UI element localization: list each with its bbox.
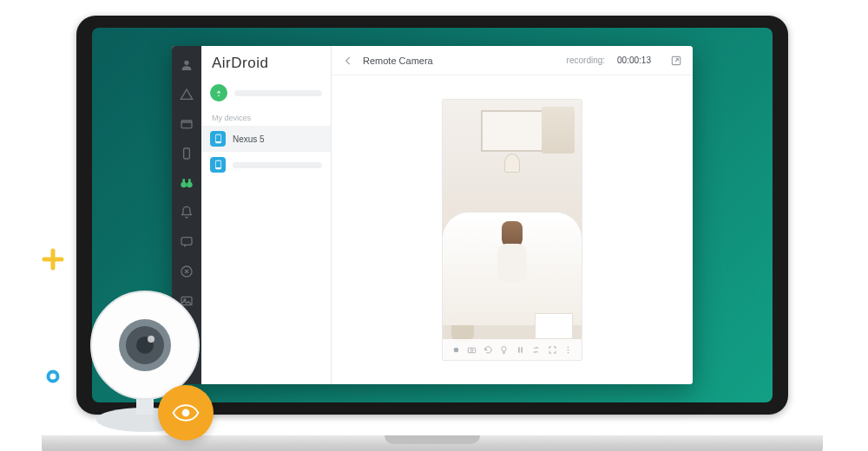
- svg-point-24: [568, 346, 569, 347]
- camera-viewer: [332, 75, 693, 384]
- pause-icon[interactable]: [515, 344, 525, 355]
- svg-rect-5: [184, 148, 190, 159]
- record-icon[interactable]: [450, 344, 461, 355]
- eye-badge-icon: [158, 385, 214, 441]
- device-item-1[interactable]: [201, 152, 331, 178]
- popout-icon[interactable]: [670, 55, 682, 67]
- device-item-0[interactable]: Nexus 5: [201, 126, 331, 152]
- svg-point-19: [454, 347, 459, 352]
- svg-rect-17: [215, 161, 220, 167]
- svg-point-2: [49, 372, 58, 382]
- svg-rect-15: [215, 135, 220, 141]
- remote-camera-feed: [443, 100, 582, 360]
- svg-point-25: [568, 349, 569, 350]
- devices-section-label: My devices: [201, 107, 331, 126]
- svg-point-3: [184, 61, 188, 65]
- svg-point-7: [187, 182, 193, 188]
- main-panel: Remote Camera recording: 00:00:13: [332, 46, 693, 384]
- sidebar: AirDroid My devices Nexus 5: [201, 46, 332, 384]
- svg-rect-4: [181, 121, 192, 128]
- phone-icon: [210, 131, 226, 147]
- svg-point-34: [148, 336, 155, 343]
- plus-decoration-1: [42, 248, 64, 271]
- usb-connection-row[interactable]: [201, 79, 331, 107]
- svg-rect-10: [181, 238, 192, 245]
- svg-rect-22: [518, 347, 519, 352]
- device-placeholder-bar: [233, 162, 322, 168]
- svg-point-21: [470, 349, 473, 351]
- light-icon[interactable]: [499, 344, 510, 355]
- svg-rect-23: [521, 347, 522, 352]
- phone-icon: [210, 157, 226, 173]
- device-name-label: Nexus 5: [233, 134, 265, 144]
- nav-folder-icon[interactable]: [180, 117, 194, 131]
- fullscreen-icon[interactable]: [547, 344, 557, 355]
- app-window: AirDroid My devices Nexus 5: [172, 46, 693, 384]
- app-logo: AirDroid: [201, 46, 331, 79]
- svg-point-35: [182, 409, 190, 417]
- usb-placeholder-bar: [234, 90, 322, 96]
- svg-point-6: [181, 182, 187, 188]
- svg-rect-8: [182, 179, 185, 182]
- svg-rect-9: [188, 179, 191, 182]
- nav-chat-icon[interactable]: [180, 235, 194, 249]
- recording-label: recording:: [567, 56, 605, 65]
- recording-time: 00:00:13: [617, 56, 651, 65]
- camera-icon[interactable]: [467, 344, 477, 355]
- camera-controls: [443, 339, 582, 360]
- nav-transfer-icon[interactable]: [180, 265, 194, 278]
- more-icon[interactable]: [563, 344, 574, 355]
- nav-warning-icon[interactable]: [180, 88, 194, 101]
- nav-binoculars-icon[interactable]: [180, 176, 194, 190]
- back-arrow-icon[interactable]: [342, 55, 354, 67]
- topbar-title: Remote Camera: [363, 56, 433, 66]
- swap-icon[interactable]: [531, 344, 542, 355]
- nav-device-icon[interactable]: [180, 147, 194, 160]
- ring-decoration-blue: [45, 369, 61, 384]
- svg-point-26: [568, 351, 569, 352]
- nav-profile-icon[interactable]: [180, 58, 194, 72]
- svg-rect-20: [469, 348, 476, 353]
- rotate-icon[interactable]: [483, 344, 493, 355]
- topbar: Remote Camera recording: 00:00:13: [332, 46, 693, 75]
- usb-icon: [210, 84, 227, 101]
- nav-bell-icon[interactable]: [180, 206, 194, 219]
